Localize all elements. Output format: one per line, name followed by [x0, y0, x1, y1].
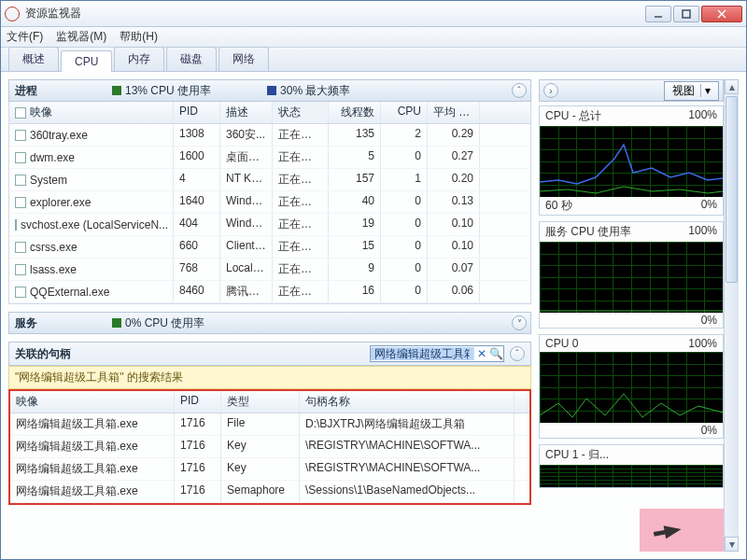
row-checkbox[interactable] — [15, 175, 26, 186]
hcol-name[interactable]: 句柄名称 — [300, 391, 514, 413]
col-desc[interactable]: 描述 — [220, 102, 273, 123]
minimize-button[interactable] — [645, 6, 671, 22]
handles-section: 关联的句柄 ✕ 🔍 ˆ "网络编辑超级工具箱" 的搜索结果 映像 PID — [8, 342, 531, 505]
titlebar[interactable]: 资源监视器 — [1, 1, 746, 27]
menubar: 文件(F) 监视器(M) 帮助(H) — [1, 27, 746, 48]
chart-foot-right: 0% — [701, 314, 717, 327]
scroll-thumb[interactable] — [726, 96, 738, 283]
col-pid[interactable]: PID — [174, 102, 220, 123]
select-all-checkbox[interactable] — [15, 107, 26, 119]
col-threads[interactable]: 线程数 — [329, 102, 381, 123]
right-pane-header: › 视图 ▾ — [539, 79, 724, 102]
menu-monitor[interactable]: 监视器(M) — [56, 29, 106, 45]
chart-foot-right: 0% — [701, 198, 717, 214]
handles-searchbox: ✕ 🔍 — [370, 345, 504, 362]
processes-title: 进程 — [15, 83, 37, 99]
cpu-chart: CPU 0100%0% — [539, 334, 724, 439]
row-checkbox[interactable] — [15, 287, 26, 298]
handles-thead: 映像 PID 类型 句柄名称 — [10, 391, 529, 413]
close-button[interactable] — [701, 6, 742, 22]
processes-thead: 映像 PID 描述 状态 线程数 CPU 平均 C... — [9, 102, 530, 124]
chart-title: CPU - 总计 — [545, 108, 601, 124]
app-icon — [5, 7, 20, 21]
row-checkbox[interactable] — [15, 197, 26, 208]
chart-title: CPU 0 — [545, 337, 578, 350]
col-image[interactable]: 映像 — [9, 102, 174, 123]
tabbar: 概述 CPU 内存 磁盘 网络 — [1, 48, 746, 72]
handles-collapse-button[interactable]: ˆ — [510, 346, 525, 361]
table-row[interactable]: 网络编辑超级工具箱.exe1716Key\REGISTRY\MACHINE\SO… — [10, 458, 529, 481]
table-row[interactable]: 网络编辑超级工具箱.exe1716Key\REGISTRY\MACHINE\SO… — [10, 436, 529, 458]
services-cpu-label: 0% CPU 使用率 — [125, 315, 204, 331]
chart-max: 100% — [688, 224, 717, 240]
row-checkbox[interactable] — [15, 242, 26, 253]
dropdown-icon: ▾ — [700, 84, 711, 97]
freq-icon — [267, 86, 276, 95]
services-collapse-button[interactable]: ˅ — [512, 315, 527, 330]
tab-cpu[interactable]: CPU — [61, 50, 112, 72]
row-checkbox[interactable] — [15, 219, 17, 231]
cpu-chart: 服务 CPU 使用率100%0% — [539, 221, 724, 329]
hcol-image[interactable]: 映像 — [10, 391, 175, 413]
highlighted-results: 映像 PID 类型 句柄名称 网络编辑超级工具箱.exe1716FileD:\B… — [8, 389, 531, 505]
hcol-type[interactable]: 类型 — [221, 391, 300, 413]
table-row[interactable]: svchost.exe (LocalServiceN...404Windo...… — [9, 214, 530, 236]
processes-table: 映像 PID 描述 状态 线程数 CPU 平均 C... 360tray.exe… — [8, 102, 531, 304]
resource-monitor-window: 资源监视器 文件(F) 监视器(M) 帮助(H) 概述 CPU 内存 磁盘 网络… — [0, 0, 747, 560]
menu-file[interactable]: 文件(F) — [7, 29, 43, 45]
right-scrollbar[interactable]: ▴ ▾ — [724, 79, 739, 552]
handles-title: 关联的句柄 — [15, 346, 71, 362]
scroll-down-button[interactable]: ▾ — [725, 537, 739, 552]
watermark — [640, 509, 724, 552]
services-cpu-icon — [112, 318, 121, 328]
menu-help[interactable]: 帮助(H) — [120, 29, 158, 45]
row-checkbox[interactable] — [15, 130, 26, 141]
table-row[interactable]: dwm.exe1600桌面窗...正在运行500.27 — [9, 147, 530, 169]
services-header[interactable]: 服务 0% CPU 使用率 ˅ — [8, 312, 531, 334]
handles-search-input[interactable] — [371, 347, 473, 360]
content-area: 进程 13% CPU 使用率 30% 最大频率 ˆ 映像 PID 描述 状态 线… — [1, 72, 746, 559]
col-status[interactable]: 状态 — [273, 102, 329, 123]
processes-header[interactable]: 进程 13% CPU 使用率 30% 最大频率 ˆ — [8, 79, 531, 102]
scroll-up-button[interactable]: ▴ — [725, 79, 739, 94]
table-row[interactable]: 网络编辑超级工具箱.exe1716FileD:\BJXTRJ\网络编辑超级工具箱 — [10, 413, 529, 436]
chart-max: 100% — [688, 108, 717, 124]
row-checkbox[interactable] — [15, 264, 26, 275]
table-row[interactable]: explorer.exe1640Windo...正在运行4000.13 — [9, 191, 530, 214]
tab-disk[interactable]: 磁盘 — [166, 47, 217, 71]
window-title: 资源监视器 — [25, 6, 645, 21]
right-collapse-button[interactable]: › — [543, 83, 558, 98]
table-row[interactable]: System4NT Ker...正在运行15710.20 — [9, 169, 530, 191]
clear-search-icon[interactable]: ✕ — [473, 347, 488, 360]
chart-max: 100% — [688, 337, 717, 350]
right-pane: › 视图 ▾ CPU - 总计100%60 秒0%服务 CPU 使用率100%0… — [539, 79, 724, 552]
processes-section: 进程 13% CPU 使用率 30% 最大频率 ˆ 映像 PID 描述 状态 线… — [8, 79, 531, 304]
chart-title: CPU 1 - 归... — [545, 447, 609, 463]
view-button[interactable]: 视图 ▾ — [664, 81, 719, 101]
table-row[interactable]: 网络编辑超级工具箱.exe1716Semaphore\Sessions\1\Ba… — [10, 481, 529, 503]
processes-tbody: 360tray.exe1308360安...正在运行13520.29dwm.ex… — [9, 124, 530, 303]
handles-tbody: 网络编辑超级工具箱.exe1716FileD:\BJXTRJ\网络编辑超级工具箱… — [10, 413, 529, 503]
search-icon[interactable]: 🔍 — [488, 347, 503, 360]
processes-collapse-button[interactable]: ˆ — [512, 83, 527, 98]
maximize-button[interactable] — [673, 6, 699, 22]
table-row[interactable]: csrss.exe660Client ...正在运行1500.10 — [9, 236, 530, 259]
cpu-usage-icon — [112, 86, 121, 95]
table-row[interactable]: 360tray.exe1308360安...正在运行13520.29 — [9, 124, 530, 147]
tab-memory[interactable]: 内存 — [114, 47, 164, 71]
search-result-label: "网络编辑超级工具箱" 的搜索结果 — [8, 366, 531, 389]
table-row[interactable]: QQExternal.exe8460腾讯Q...正在运行1600.06 — [9, 281, 530, 303]
hcol-pid[interactable]: PID — [175, 391, 221, 413]
charts-container: CPU - 总计100%60 秒0%服务 CPU 使用率100%0%CPU 01… — [539, 105, 724, 488]
tab-network[interactable]: 网络 — [218, 47, 269, 71]
handles-header: 关联的句柄 ✕ 🔍 ˆ — [8, 342, 531, 366]
cpu-chart: CPU - 总计100%60 秒0% — [539, 105, 724, 216]
left-pane: 进程 13% CPU 使用率 30% 最大频率 ˆ 映像 PID 描述 状态 线… — [8, 79, 531, 552]
cpu-chart: CPU 1 - 归... — [539, 444, 724, 488]
col-avg[interactable]: 平均 C... — [428, 102, 480, 123]
cpu-usage-label: 13% CPU 使用率 — [125, 83, 211, 99]
table-row[interactable]: lsass.exe768Local S...正在运行900.07 — [9, 259, 530, 281]
tab-overview[interactable]: 概述 — [8, 47, 59, 71]
row-checkbox[interactable] — [15, 152, 26, 163]
col-cpu[interactable]: CPU — [381, 102, 428, 123]
